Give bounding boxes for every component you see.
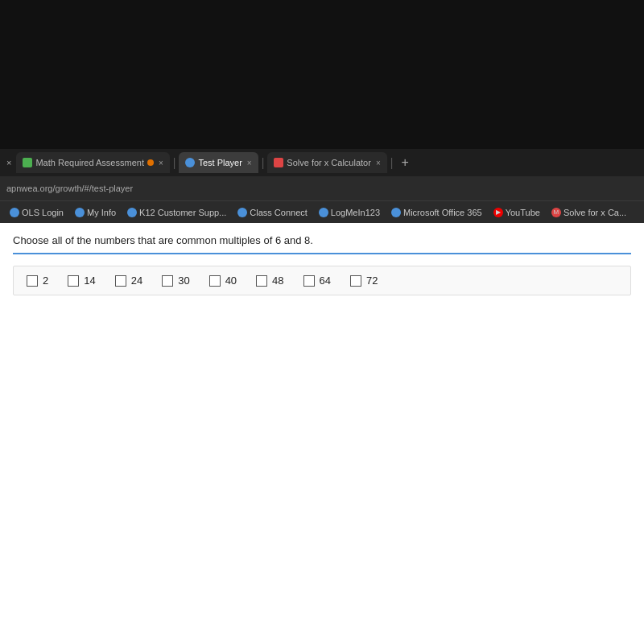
- choice-40[interactable]: 40: [209, 275, 237, 287]
- top-black-area: [0, 0, 644, 149]
- tab-math-assessment[interactable]: Math Required Assessment ×: [16, 152, 169, 173]
- tab-separator-2: |: [260, 156, 266, 169]
- choice-label-40: 40: [225, 275, 237, 287]
- bm-myinfo-icon: [75, 208, 85, 217]
- checkbox-2[interactable]: [27, 275, 38, 287]
- bm-ols-label: OLS Login: [22, 208, 64, 217]
- tab-test-label: Test Player: [198, 158, 242, 167]
- checkbox-14[interactable]: [68, 275, 79, 287]
- choice-48[interactable]: 48: [256, 275, 283, 287]
- address-text: apnwea.org/growth/#/test-player: [6, 184, 133, 193]
- tab-separator-3: |: [389, 156, 395, 169]
- bookmarks-bar: OLS Login My Info K12 Customer Supp... C…: [0, 200, 644, 223]
- tab1-pre-x[interactable]: ×: [3, 158, 14, 167]
- browser-chrome: × Math Required Assessment × | Test Play…: [0, 149, 644, 223]
- choice-72[interactable]: 72: [350, 275, 378, 287]
- choice-30[interactable]: 30: [162, 275, 189, 287]
- tab-bar: × Math Required Assessment × | Test Play…: [0, 149, 644, 176]
- bm-ols-icon: [10, 208, 19, 217]
- choice-64[interactable]: 64: [303, 275, 331, 287]
- choice-label-14: 14: [84, 275, 95, 287]
- choice-label-2: 2: [43, 275, 48, 287]
- bm-lm-label: LogMeIn123: [331, 208, 380, 217]
- tab-math-label: Math Required Assessment: [35, 158, 144, 167]
- bookmark-logmein[interactable]: LogMeIn123: [314, 206, 385, 219]
- bm-o365-label: Microsoft Office 365: [403, 208, 482, 217]
- bm-myinfo-label: My Info: [87, 208, 116, 217]
- bm-sc-label: Solve for x Ca...: [564, 208, 626, 217]
- tab-test-icon: [185, 158, 195, 167]
- bookmark-youtube[interactable]: ▶ YouTube: [489, 206, 545, 219]
- bm-o365-icon: [391, 208, 401, 217]
- choice-label-24: 24: [131, 275, 142, 287]
- tab-math-close[interactable]: ×: [159, 159, 163, 167]
- tab-solve-calc[interactable]: Solve for x Calculator ×: [267, 152, 386, 173]
- tab-solve-icon: [274, 158, 283, 167]
- bookmark-solve-calc[interactable]: M Solve for x Ca...: [547, 206, 631, 219]
- tab-separator-1: |: [171, 156, 178, 169]
- bookmark-ols-login[interactable]: OLS Login: [5, 206, 68, 219]
- choice-24[interactable]: 24: [115, 275, 142, 287]
- address-bar[interactable]: apnwea.org/growth/#/test-player: [0, 176, 644, 200]
- checkbox-48[interactable]: [256, 275, 267, 287]
- bm-lm-icon: [319, 208, 328, 217]
- bm-yt-label: YouTube: [506, 208, 540, 217]
- checkbox-72[interactable]: [350, 275, 361, 287]
- choice-2[interactable]: 2: [27, 275, 48, 287]
- tab-solve-close[interactable]: ×: [376, 159, 381, 167]
- bm-sc-icon: M: [551, 208, 561, 217]
- checkbox-64[interactable]: [303, 275, 315, 287]
- bm-k12-icon: [127, 208, 137, 217]
- bookmark-class-connect[interactable]: Class Connect: [233, 206, 312, 219]
- tab-math-icon: [23, 158, 32, 167]
- new-tab-button[interactable]: +: [396, 155, 413, 170]
- bookmark-k12-support[interactable]: K12 Customer Supp...: [122, 206, 231, 219]
- bm-yt-icon: ▶: [493, 208, 503, 217]
- bookmark-my-info[interactable]: My Info: [70, 206, 121, 219]
- tab-test-close[interactable]: ×: [247, 159, 252, 167]
- question-text: Choose all of the numbers that are commo…: [13, 234, 631, 254]
- bm-cc-icon: [237, 208, 247, 217]
- choice-label-48: 48: [272, 275, 283, 287]
- choice-label-30: 30: [178, 275, 189, 287]
- tab-solve-label: Solve for x Calculator: [287, 158, 371, 167]
- bm-k12-label: K12 Customer Supp...: [139, 208, 226, 217]
- choice-label-64: 64: [320, 275, 331, 287]
- bookmark-office365[interactable]: Microsoft Office 365: [386, 206, 487, 219]
- checkbox-24[interactable]: [115, 275, 126, 287]
- choice-14[interactable]: 14: [68, 275, 95, 287]
- tab-alert-dot: [147, 159, 154, 166]
- checkbox-30[interactable]: [162, 275, 173, 287]
- bm-cc-label: Class Connect: [250, 208, 308, 217]
- choices-row: 2 14 24 30 40 48 64 72: [13, 266, 631, 295]
- tab-test-player[interactable]: Test Player ×: [179, 152, 258, 173]
- content-area: Choose all of the numbers that are commo…: [0, 223, 644, 644]
- choice-label-72: 72: [366, 275, 378, 287]
- checkbox-40[interactable]: [209, 275, 221, 287]
